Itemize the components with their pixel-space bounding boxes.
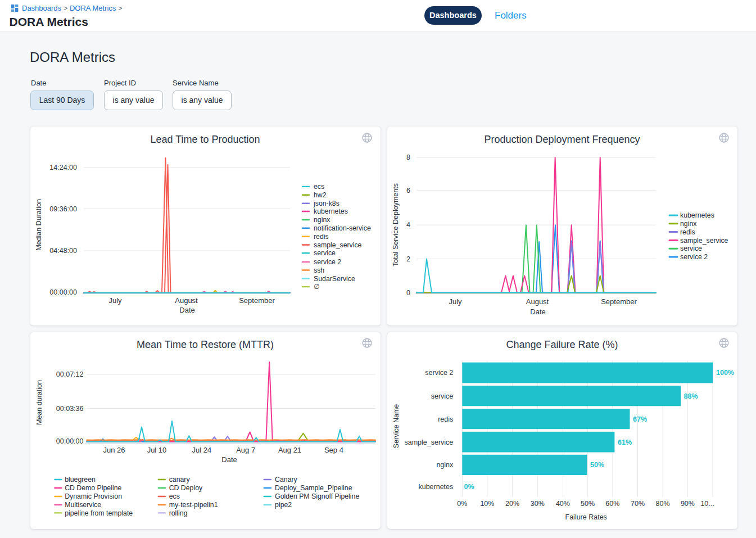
svg-text:50%: 50% — [590, 461, 604, 469]
svg-text:00:00:00: 00:00:00 — [49, 288, 77, 296]
svg-text:nginx: nginx — [680, 220, 697, 228]
svg-text:service 2: service 2 — [425, 369, 453, 377]
svg-text:CD Demo Pipeline: CD Demo Pipeline — [65, 484, 121, 492]
svg-text:redis: redis — [680, 228, 695, 236]
svg-text:10%: 10% — [480, 500, 494, 508]
svg-text:Jul 24: Jul 24 — [192, 446, 211, 454]
svg-text:Lead Time to Production: Lead Time to Production — [150, 134, 260, 145]
svg-text:Aug 7: Aug 7 — [236, 446, 255, 454]
svg-text:Golden PM Signoff Pipeline: Golden PM Signoff Pipeline — [275, 492, 359, 500]
svg-text:10...: 10... — [700, 500, 714, 508]
svg-text:my-test-pipelin1: my-test-pipelin1 — [169, 501, 218, 509]
svg-text:Total Service Deployments: Total Service Deployments — [392, 183, 400, 266]
svg-text:redis: redis — [314, 233, 329, 241]
svg-text:04:48:00: 04:48:00 — [49, 247, 77, 255]
svg-text:sample_service: sample_service — [314, 241, 362, 249]
svg-text:ssh: ssh — [314, 266, 324, 274]
svg-text:100%: 100% — [716, 369, 734, 377]
svg-text:ecs: ecs — [169, 492, 180, 500]
svg-text:Jul 10: Jul 10 — [147, 446, 167, 454]
svg-text:nginx: nginx — [314, 216, 331, 224]
svg-text:Multiservice: Multiservice — [65, 501, 101, 509]
svg-text:SudarService: SudarService — [314, 275, 355, 283]
svg-text:0%: 0% — [464, 483, 474, 491]
svg-text:70%: 70% — [631, 500, 645, 508]
svg-text:Aug 21: Aug 21 — [278, 446, 301, 454]
svg-text:Date: Date — [530, 308, 545, 316]
svg-text:90%: 90% — [681, 500, 695, 508]
svg-text:0: 0 — [406, 289, 410, 297]
svg-text:service: service — [314, 249, 336, 257]
svg-text:Change Failure Rate (%): Change Failure Rate (%) — [506, 339, 618, 350]
svg-text:sample_service: sample_service — [680, 237, 728, 245]
svg-text:Service Name: Service Name — [392, 404, 400, 449]
svg-text:Date: Date — [179, 306, 194, 314]
svg-text:July: July — [108, 296, 122, 305]
svg-text:service: service — [431, 392, 454, 400]
svg-text:8: 8 — [406, 153, 410, 161]
svg-text:50%: 50% — [581, 500, 595, 508]
svg-text:60%: 60% — [605, 500, 619, 508]
svg-text:hw2: hw2 — [314, 191, 327, 199]
svg-text:Date: Date — [221, 455, 237, 464]
svg-text:Deploy_Sample_Pipeline: Deploy_Sample_Pipeline — [275, 484, 352, 492]
svg-text:September: September — [601, 297, 637, 306]
svg-text:Median Duration: Median Duration — [35, 199, 43, 251]
svg-text:rolling: rolling — [169, 509, 188, 517]
svg-text:0%: 0% — [457, 500, 467, 508]
svg-text:80%: 80% — [656, 500, 670, 508]
svg-text:67%: 67% — [633, 415, 647, 423]
svg-text:redis: redis — [438, 415, 453, 423]
svg-text:61%: 61% — [618, 438, 632, 446]
svg-text:sample_service: sample_service — [404, 438, 453, 446]
svg-text:14:24:00: 14:24:00 — [49, 164, 77, 171]
svg-text:json-k8s: json-k8s — [313, 200, 339, 207]
svg-text:30%: 30% — [531, 500, 545, 508]
svg-text:service 2: service 2 — [680, 253, 708, 261]
svg-text:20%: 20% — [505, 500, 519, 508]
svg-text:Mean duration: Mean duration — [35, 380, 43, 425]
svg-text:August: August — [175, 296, 198, 305]
svg-text:2: 2 — [406, 255, 410, 263]
svg-text:Production Deployment Frequenc: Production Deployment Frequency — [484, 134, 640, 145]
svg-text:CD Deploy: CD Deploy — [169, 484, 203, 492]
svg-text:notification-service: notification-service — [314, 224, 371, 232]
svg-text:6: 6 — [406, 187, 410, 195]
svg-text:Sep 4: Sep 4 — [324, 446, 343, 454]
svg-text:kubernetes: kubernetes — [680, 211, 714, 219]
svg-text:bluegreen: bluegreen — [65, 476, 96, 483]
svg-text:09:36:00: 09:36:00 — [49, 205, 77, 213]
svg-text:00:00:00: 00:00:00 — [56, 437, 84, 445]
svg-text:canary: canary — [169, 476, 191, 483]
svg-text:kubernetes: kubernetes — [418, 483, 453, 491]
svg-text:Mean Time to Restore (MTTR): Mean Time to Restore (MTTR) — [137, 339, 274, 350]
svg-text:00:03:36: 00:03:36 — [56, 405, 84, 413]
svg-text:September: September — [239, 296, 275, 305]
svg-text:nginx: nginx — [436, 461, 454, 469]
svg-text:service: service — [680, 245, 702, 252]
svg-text:pipeline from template: pipeline from template — [65, 509, 133, 517]
svg-text:88%: 88% — [684, 392, 698, 400]
svg-text:40%: 40% — [556, 500, 570, 508]
svg-text:∅: ∅ — [314, 283, 320, 291]
svg-text:Failure Rates: Failure Rates — [565, 513, 607, 521]
svg-text:00:07:12: 00:07:12 — [56, 370, 84, 378]
svg-text:July: July — [449, 297, 462, 306]
svg-text:pipe2: pipe2 — [275, 501, 292, 509]
svg-text:kubernetes: kubernetes — [314, 207, 348, 215]
svg-text:4: 4 — [406, 221, 410, 229]
svg-text:Canary: Canary — [275, 476, 297, 483]
svg-text:August: August — [526, 297, 549, 306]
svg-text:Jun 26: Jun 26 — [103, 446, 125, 454]
svg-text:service 2: service 2 — [314, 258, 341, 266]
svg-text:ecs: ecs — [314, 183, 324, 191]
svg-text:Dynamic Provision: Dynamic Provision — [65, 492, 122, 500]
